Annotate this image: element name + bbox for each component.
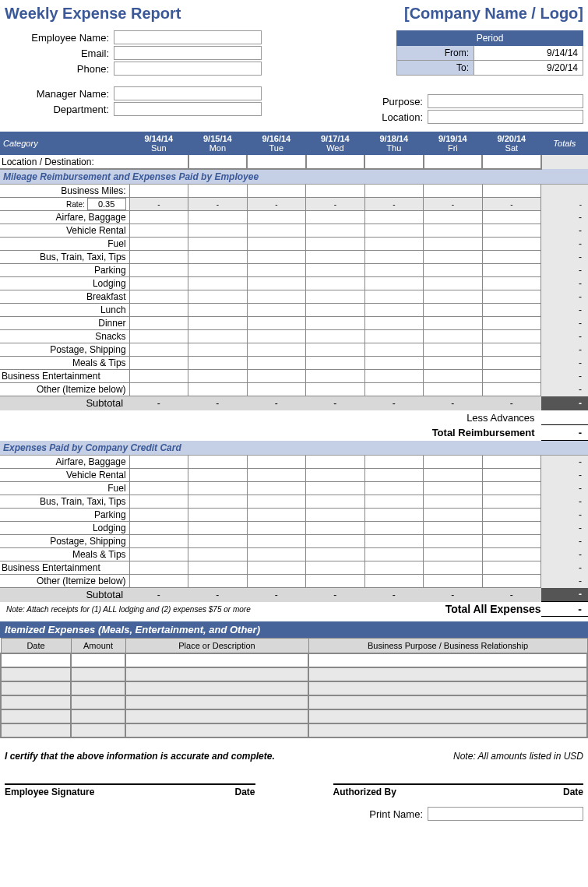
expense-cell[interactable] xyxy=(424,317,483,330)
expense-cell[interactable] xyxy=(364,211,424,224)
expense-cell[interactable] xyxy=(482,317,541,330)
email-input[interactable] xyxy=(114,46,262,60)
expense-cell[interactable] xyxy=(306,456,365,469)
expense-cell[interactable] xyxy=(482,251,541,264)
expense-cell[interactable] xyxy=(247,264,306,277)
expense-cell[interactable] xyxy=(424,357,483,370)
expense-cell[interactable] xyxy=(364,482,424,495)
expense-cell[interactable] xyxy=(247,482,306,495)
expense-cell[interactable] xyxy=(188,522,248,535)
expense-cell[interactable] xyxy=(482,495,541,509)
expense-cell[interactable] xyxy=(188,383,248,396)
expense-cell[interactable] xyxy=(129,535,188,548)
expense-cell[interactable] xyxy=(482,238,541,251)
expense-cell[interactable] xyxy=(364,224,424,238)
expense-cell[interactable] xyxy=(247,469,306,482)
expense-cell[interactable] xyxy=(129,548,188,561)
expense-cell[interactable] xyxy=(188,343,248,357)
expense-cell[interactable] xyxy=(424,383,483,396)
expense-cell[interactable] xyxy=(129,264,188,277)
expense-cell[interactable] xyxy=(482,561,541,575)
expense-cell[interactable] xyxy=(424,290,483,304)
expense-cell[interactable] xyxy=(247,290,306,304)
expense-cell[interactable] xyxy=(364,456,424,469)
expense-cell[interactable] xyxy=(188,495,248,509)
expense-cell[interactable] xyxy=(129,561,188,575)
expense-cell[interactable] xyxy=(129,495,188,509)
expense-cell[interactable] xyxy=(188,548,248,561)
expense-cell[interactable] xyxy=(364,469,424,482)
expense-cell[interactable] xyxy=(424,535,483,548)
expense-cell[interactable] xyxy=(129,330,188,343)
expense-cell[interactable] xyxy=(364,304,424,317)
expense-cell[interactable] xyxy=(424,548,483,561)
expense-cell[interactable] xyxy=(364,251,424,264)
expense-cell[interactable] xyxy=(424,495,483,509)
expense-cell[interactable] xyxy=(129,575,188,588)
expense-cell[interactable] xyxy=(188,370,248,383)
expense-cell[interactable] xyxy=(482,357,541,370)
expense-cell[interactable] xyxy=(306,509,365,522)
expense-cell[interactable] xyxy=(306,277,365,290)
expense-cell[interactable] xyxy=(424,251,483,264)
expense-cell[interactable] xyxy=(482,211,541,224)
expense-cell[interactable] xyxy=(129,211,188,224)
expense-cell[interactable] xyxy=(482,330,541,343)
expense-cell[interactable] xyxy=(306,343,365,357)
expense-cell[interactable] xyxy=(188,290,248,304)
rate-input[interactable] xyxy=(87,198,126,210)
expense-cell[interactable] xyxy=(247,211,306,224)
expense-cell[interactable] xyxy=(247,548,306,561)
itemized-row[interactable] xyxy=(1,653,587,667)
expense-cell[interactable] xyxy=(306,224,365,238)
expense-cell[interactable] xyxy=(188,277,248,290)
expense-cell[interactable] xyxy=(247,370,306,383)
expense-cell[interactable] xyxy=(482,264,541,277)
period-from-value[interactable]: 9/14/14 xyxy=(474,46,583,61)
expense-cell[interactable] xyxy=(424,469,483,482)
expense-cell[interactable] xyxy=(482,224,541,238)
expense-cell[interactable] xyxy=(188,264,248,277)
expense-cell[interactable] xyxy=(188,317,248,330)
expense-cell[interactable] xyxy=(188,469,248,482)
expense-cell[interactable] xyxy=(364,522,424,535)
period-to-value[interactable]: 9/20/14 xyxy=(474,61,583,76)
expense-cell[interactable] xyxy=(482,469,541,482)
expense-cell[interactable] xyxy=(306,383,365,396)
expense-cell[interactable] xyxy=(247,224,306,238)
expense-cell[interactable] xyxy=(247,304,306,317)
expense-cell[interactable] xyxy=(247,277,306,290)
expense-cell[interactable] xyxy=(364,383,424,396)
expense-cell[interactable] xyxy=(364,575,424,588)
itemized-row[interactable] xyxy=(1,695,587,709)
expense-cell[interactable] xyxy=(306,548,365,561)
expense-cell[interactable] xyxy=(188,224,248,238)
expense-cell[interactable] xyxy=(247,575,306,588)
expense-cell[interactable] xyxy=(247,330,306,343)
expense-cell[interactable] xyxy=(247,238,306,251)
expense-cell[interactable] xyxy=(424,575,483,588)
expense-cell[interactable] xyxy=(364,535,424,548)
expense-cell[interactable] xyxy=(129,357,188,370)
expense-cell[interactable] xyxy=(129,224,188,238)
expense-cell[interactable] xyxy=(482,482,541,495)
expense-cell[interactable] xyxy=(247,456,306,469)
expense-cell[interactable] xyxy=(364,548,424,561)
expense-cell[interactable] xyxy=(482,343,541,357)
print-name-input[interactable] xyxy=(428,807,583,821)
expense-cell[interactable] xyxy=(247,357,306,370)
expense-cell[interactable] xyxy=(364,317,424,330)
expense-cell[interactable] xyxy=(188,211,248,224)
expense-cell[interactable] xyxy=(129,509,188,522)
expense-cell[interactable] xyxy=(306,304,365,317)
department-input[interactable] xyxy=(114,102,262,116)
expense-cell[interactable] xyxy=(424,522,483,535)
expense-cell[interactable] xyxy=(247,561,306,575)
expense-cell[interactable] xyxy=(364,290,424,304)
expense-cell[interactable] xyxy=(188,482,248,495)
expense-cell[interactable] xyxy=(188,330,248,343)
itemized-row[interactable] xyxy=(1,723,587,737)
expense-cell[interactable] xyxy=(364,495,424,509)
expense-cell[interactable] xyxy=(129,251,188,264)
expense-cell[interactable] xyxy=(364,357,424,370)
